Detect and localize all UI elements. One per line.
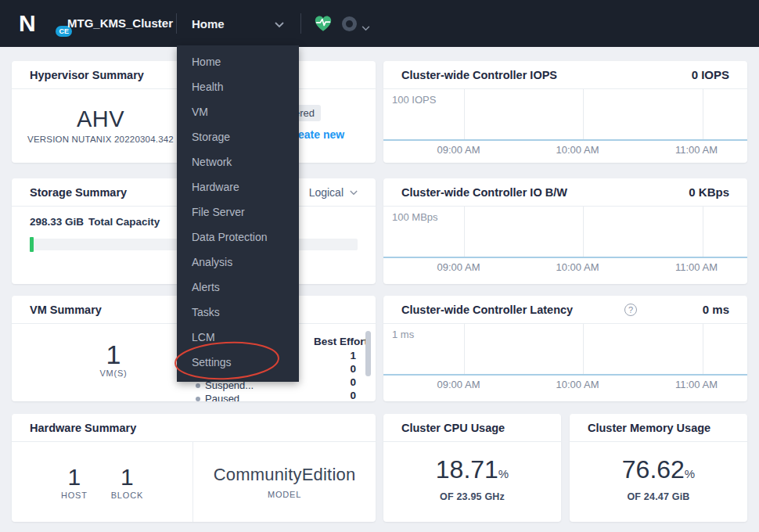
controller-iobw-card: Cluster-wide Controller IO B/W 0 KBps 10… (383, 178, 747, 284)
memory-percent: 76.62 (622, 455, 685, 483)
menu-item-alerts[interactable]: Alerts (177, 275, 299, 300)
nutanix-logo: N CE (19, 10, 59, 37)
chart-baseline (383, 374, 747, 376)
x-axis-tick: 11:00 AM (661, 379, 732, 390)
chart-gridline (464, 207, 465, 257)
card-header: Cluster-wide Controller Latency ? 0 ms (383, 296, 747, 324)
block-stat: 1 BLOCK (111, 464, 143, 500)
card-title: Cluster-wide Controller IO B/W (401, 178, 567, 207)
menu-item-storage[interactable]: Storage (177, 124, 299, 149)
card-title: Hypervisor Summary (30, 61, 144, 89)
cpu-capacity-label: OF 23.95 GHz (383, 491, 561, 502)
current-latency-value: 0 ms (703, 296, 729, 324)
chart-gridline (583, 324, 584, 374)
y-axis-max-label: 100 MBps (392, 211, 438, 223)
menu-item-network[interactable]: Network (177, 149, 299, 174)
capacity-label: Total Capacity (88, 216, 160, 228)
vm-state-label: Paused (205, 393, 239, 401)
chevron-down-icon (275, 17, 284, 31)
hypervisor-summary-card: Hypervisor Summary AHV VERSION NUTANIX 2… (12, 61, 189, 163)
chart-gridline (703, 207, 703, 257)
chart-baseline (383, 257, 747, 258)
x-axis-tick: 09:00 AM (423, 379, 494, 390)
vm-column-header: Best Effort (314, 336, 368, 347)
percent-unit: % (685, 467, 695, 480)
x-axis-tick: 10:00 AM (542, 379, 613, 390)
card-header: Hypervisor Summary (12, 61, 189, 89)
chart-gridline (703, 324, 703, 374)
hypervisor-version: VERSION NUTANIX 20220304.342 (12, 135, 189, 144)
card-title: Storage Summary (30, 178, 127, 207)
cpu-percent: 18.71 (436, 455, 498, 483)
card-header: Cluster-wide Controller IOPS 0 IOPS (383, 61, 747, 89)
hardware-model: CommunityEdition MODEL (193, 442, 376, 522)
x-axis-tick: 11:00 AM (661, 144, 732, 156)
navbar-divider (176, 13, 177, 34)
user-menu-chevron-icon[interactable] (362, 20, 370, 34)
chart-gridline (583, 207, 584, 257)
menu-item-home[interactable]: Home (177, 49, 299, 74)
total-capacity-line: 298.33 GiBTotal Capacity (30, 216, 160, 228)
card-title: Cluster-wide Controller IOPS (401, 61, 557, 89)
menu-item-tasks[interactable]: Tasks (177, 300, 299, 325)
chart-gridline (464, 324, 465, 374)
home-dropdown-menu: Home Health VM Storage Network Hardware … (177, 45, 299, 382)
x-axis-tick: 09:00 AM (423, 144, 494, 156)
navbar-divider (300, 13, 301, 34)
vm-column-value: 1 (325, 350, 356, 361)
capacity-value: 298.33 GiB (30, 216, 84, 228)
card-header: Cluster CPU Usage (383, 414, 561, 442)
storage-used-indicator (30, 237, 34, 252)
menu-item-data-protection[interactable]: Data Protection (177, 225, 299, 250)
hardware-counts: 1 HOST 1 BLOCK (12, 442, 193, 522)
vm-count: 1 (59, 340, 168, 370)
percent-unit: % (498, 467, 509, 480)
chart-baseline (383, 139, 747, 141)
storage-view-selector[interactable]: Logical (309, 178, 358, 207)
x-axis-tick: 11:00 AM (661, 261, 732, 273)
menu-item-file-server[interactable]: File Server (177, 200, 299, 225)
controller-iops-card: Cluster-wide Controller IOPS 0 IOPS 100 … (383, 61, 747, 163)
storage-view-selected: Logical (309, 178, 344, 207)
cpu-usage-value: 18.71% (383, 455, 561, 484)
hardware-summary-card: Hardware Summary 1 HOST 1 BLOCK Communit… (12, 414, 376, 522)
card-header: Hardware Summary (12, 414, 376, 442)
x-axis-tick: 09:00 AM (423, 261, 494, 273)
model-name: CommunityEdition (214, 465, 356, 485)
cluster-memory-usage-card: Cluster Memory Usage 76.62% OF 24.47 GiB (570, 414, 747, 522)
chart-gridline (703, 89, 703, 139)
card-header: Cluster Memory Usage (570, 414, 747, 442)
x-axis-tick: 10:00 AM (542, 144, 613, 156)
card-header: Cluster-wide Controller IO B/W 0 KBps (383, 178, 747, 207)
nutanix-logo-letter: N (19, 10, 59, 37)
vm-state-row: Paused (196, 393, 239, 401)
card-title: Cluster Memory Usage (588, 414, 710, 442)
block-label: BLOCK (111, 491, 143, 500)
y-axis-max-label: 100 IOPS (392, 94, 436, 106)
x-axis-tick: 10:00 AM (542, 261, 613, 273)
create-new-link[interactable]: eate new (298, 128, 344, 141)
card-title: Cluster CPU Usage (401, 414, 505, 442)
host-label: HOST (61, 491, 88, 500)
menu-item-analysis[interactable]: Analysis (177, 250, 299, 275)
vm-count-label: VM(S) (59, 368, 168, 378)
chart-gridline (464, 89, 465, 139)
vm-column-value: 0 (325, 376, 356, 388)
health-heart-icon[interactable] (314, 15, 333, 32)
memory-usage-value: 76.62% (570, 455, 747, 484)
menu-item-hardware[interactable]: Hardware (177, 174, 299, 200)
vm-column-value: 0 (325, 363, 356, 375)
menu-item-vm[interactable]: VM (177, 99, 299, 124)
menu-item-health[interactable]: Health (177, 74, 299, 99)
user-avatar-icon[interactable] (342, 16, 357, 31)
host-stat: 1 HOST (61, 464, 88, 500)
hypervisor-name: AHV (12, 106, 189, 132)
block-count: 1 (111, 464, 143, 491)
host-count: 1 (61, 464, 88, 491)
nav-section-dropdown[interactable]: Home (192, 0, 284, 47)
vm-column-value: 0 (325, 390, 356, 401)
y-axis-max-label: 1 ms (392, 329, 414, 340)
controller-latency-card: Cluster-wide Controller Latency ? 0 ms 1… (383, 296, 747, 401)
help-icon[interactable]: ? (624, 304, 637, 316)
scrollbar-thumb[interactable] (365, 331, 371, 376)
